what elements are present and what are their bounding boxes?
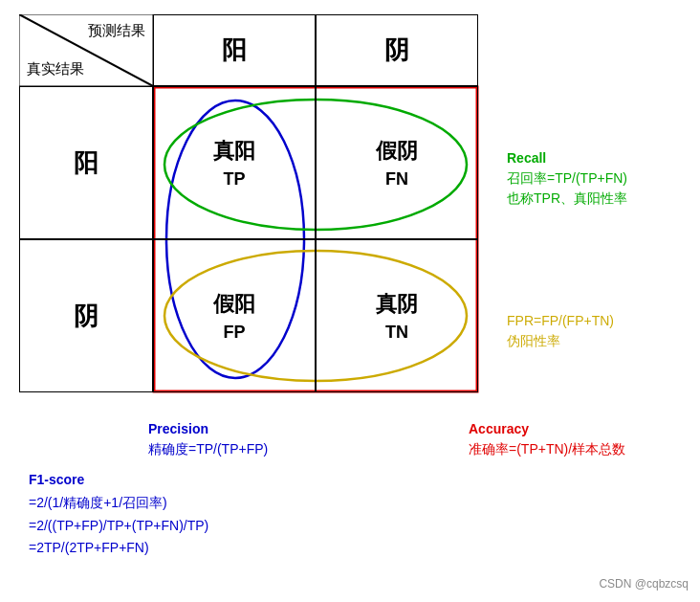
- watermark: CSDN @cqbzcsq: [599, 577, 689, 591]
- col-header-negative: 阴: [316, 14, 478, 86]
- precision-formula: 精确度=TP/(TP+FP): [148, 439, 268, 459]
- f1-annotation: F1-score =2/(1/精确度+1/召回率) =2/((TP+FP)/TP…: [29, 469, 208, 560]
- cell-tp: 真阳 TP: [153, 86, 316, 239]
- fpr-annotation: FPR=FP/(FP+TN) 伪阳性率: [507, 311, 614, 351]
- recall-note: 也称TPR、真阳性率: [507, 189, 627, 209]
- true-label: 真实结果: [27, 60, 84, 78]
- main-container: 预测结果 真实结果 阳 阴 阳 真阳 TP 假阴 FN: [0, 0, 700, 602]
- col-header-positive: 阳: [153, 14, 316, 86]
- fpr-note: 伪阳性率: [507, 331, 614, 351]
- cell-tn: 真阴 TN: [316, 239, 478, 392]
- row-label-negative: 阴: [19, 239, 153, 392]
- recall-annotation: Recall 召回率=TP/(TP+FN) 也称TPR、真阳性率: [507, 148, 627, 209]
- precision-annotation: Precision 精确度=TP/(TP+FP): [148, 419, 268, 459]
- accuracy-formula: 准确率=(TP+TN)/样本总数: [469, 439, 625, 459]
- row-label-positive: 阳: [19, 86, 153, 239]
- fpr-formula: FPR=FP/(FP+TN): [507, 311, 614, 331]
- cell-fp: 假阳 FP: [153, 239, 316, 392]
- precision-title: Precision: [148, 419, 268, 439]
- f1-title: F1-score: [29, 469, 208, 492]
- f1-line2: =2/((TP+FP)/TP+(TP+FN)/TP): [29, 515, 208, 538]
- corner-cell: 预测结果 真实结果: [19, 14, 153, 86]
- predict-label: 预测结果: [88, 22, 145, 40]
- accuracy-title: Accuracy: [469, 419, 625, 439]
- accuracy-annotation: Accuracy 准确率=(TP+TN)/样本总数: [469, 419, 625, 459]
- f1-line1: =2/(1/精确度+1/召回率): [29, 492, 208, 515]
- cell-fn: 假阴 FN: [316, 86, 478, 239]
- recall-title: Recall: [507, 148, 627, 168]
- matrix-area: 预测结果 真实结果 阳 阴 阳 真阳 TP 假阴 FN: [19, 14, 488, 426]
- recall-formula: 召回率=TP/(TP+FN): [507, 168, 627, 189]
- f1-line3: =2TP/(2TP+FP+FN): [29, 537, 208, 560]
